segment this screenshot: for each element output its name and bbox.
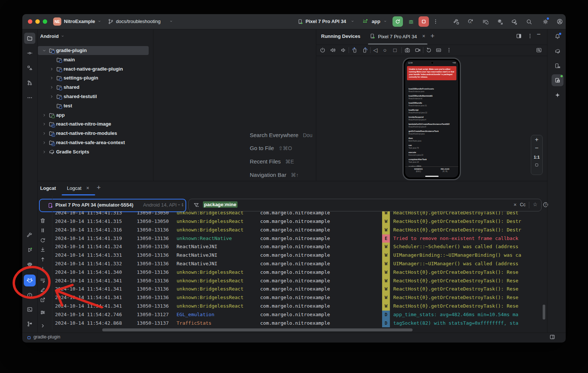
tree-chevron-icon[interactable]: [42, 131, 46, 136]
volume-up-icon[interactable]: [330, 47, 336, 53]
tree-chevron-icon[interactable]: [42, 150, 46, 154]
pause-logcat-icon[interactable]: [40, 227, 46, 233]
logcat-cat-icon[interactable]: [27, 278, 33, 283]
screen-search-icon[interactable]: [536, 47, 542, 53]
tree-item-Gradle Scripts[interactable]: Gradle Scripts: [22, 147, 153, 156]
run-tasks-list-icon[interactable]: [482, 19, 488, 25]
vertical-scrollbar-thumb[interactable]: [543, 305, 545, 320]
help-icon[interactable]: ?: [543, 202, 549, 208]
export-logs-icon[interactable]: [40, 297, 46, 303]
tree-chevron-icon[interactable]: [49, 94, 54, 99]
tree-item-main[interactable]: main: [22, 55, 153, 64]
screen-record-icon[interactable]: [415, 47, 421, 53]
tree-item-react-native-safe-area-context[interactable]: react-native-safe-area-context: [22, 138, 153, 147]
logcat-row[interactable]: 2024-10-14 11:54:41.34113050-13136unknow…: [52, 302, 542, 311]
device-tab-label[interactable]: Pixel 7 Pro API 34: [378, 34, 417, 39]
logcat-row[interactable]: 2024-10-14 11:54:41.34113050-13136unknow…: [52, 293, 542, 302]
clear-filter-icon[interactable]: ×: [514, 202, 517, 208]
horizontal-scrollbar-thumb[interactable]: [102, 328, 413, 331]
power-icon[interactable]: [320, 47, 326, 53]
run-play-icon[interactable]: [27, 247, 33, 253]
close-logcat-tab-icon[interactable]: ×: [86, 185, 89, 191]
emulator-kebab-icon[interactable]: [446, 47, 452, 53]
emulator-screen[interactable]: 11:54 ▾▮▮ Unable to load script. Make su…: [405, 60, 458, 178]
terminal-icon[interactable]: [27, 306, 33, 312]
volume-down-icon[interactable]: [340, 47, 346, 53]
clear-logcat-trash-icon[interactable]: [40, 218, 46, 224]
zoom-in-button[interactable]: +: [531, 135, 542, 144]
match-case-toggle[interactable]: Cc: [520, 202, 526, 207]
logcat-row[interactable]: 2024-10-14 11:54:41.33113050-13136ReactN…: [52, 251, 542, 260]
add-logcat-tab-icon[interactable]: +: [97, 184, 101, 192]
sync-a-icon[interactable]: A: [467, 19, 474, 25]
rotate-left-icon[interactable]: [352, 47, 358, 53]
tree-item-settings-plugin[interactable]: settings-plugin: [22, 74, 153, 82]
tree-item-react-native-nitro-modules[interactable]: react-native-nitro-modules: [22, 129, 153, 138]
logcat-tab[interactable]: Logcat: [67, 185, 81, 191]
zoom-out-button[interactable]: −: [531, 144, 542, 152]
tree-chevron-icon[interactable]: [49, 67, 54, 71]
device-manager-icon[interactable]: [555, 63, 560, 69]
snippets-icon[interactable]: [436, 47, 442, 53]
dismiss-button[interactable]: DISMISS (ESC): [405, 167, 432, 175]
restart-logcat-icon[interactable]: [40, 237, 46, 243]
soft-wrap-icon[interactable]: [40, 278, 46, 283]
app-insights-diamond-icon[interactable]: [27, 262, 33, 268]
tree-item-shared[interactable]: shared: [22, 83, 153, 92]
logcat-row[interactable]: 2024-10-14 11:54:41.32413050-13136ReactN…: [52, 243, 542, 251]
logcat-row[interactable]: 2024-10-14 11:54:41.34013050-13136unknow…: [52, 268, 542, 277]
reload-button[interactable]: RELOAD (R, R): [432, 167, 459, 175]
gemini-sparkle-icon[interactable]: [555, 92, 560, 98]
logcat-row[interactable]: 2024-10-14 11:54:41.34113050-13136unknow…: [52, 277, 542, 285]
favorite-filter-star-icon[interactable]: ☆: [533, 201, 537, 207]
overview-icon[interactable]: □: [393, 47, 397, 53]
add-device-tab-icon[interactable]: +: [430, 32, 434, 40]
logcat-settings-sliders-icon[interactable]: [40, 309, 46, 315]
layout-pane-icon[interactable]: [516, 33, 522, 39]
logcat-filter-field[interactable]: package:mine × Cc ☆: [188, 199, 542, 211]
close-device-tab-icon[interactable]: ×: [422, 33, 425, 39]
panel-options-kebab-icon[interactable]: [527, 33, 533, 39]
problems-icon[interactable]: [27, 292, 33, 298]
rotate-right-icon[interactable]: [362, 47, 368, 53]
back-icon[interactable]: ◁: [373, 47, 378, 53]
logcat-device-selector[interactable]: Pixel 7 Pro API 34 (emulator-5554) Andro…: [39, 199, 186, 212]
hide-panel-icon[interactable]: −: [537, 30, 541, 38]
home-icon[interactable]: ○: [383, 47, 387, 53]
logcat-row[interactable]: 2024-10-14 11:54:41.33213050-13136ReactN…: [52, 260, 542, 268]
tree-item-react-native-nitro-image[interactable]: react-native-nitro-image: [22, 120, 153, 129]
next-occurrence-icon[interactable]: [40, 266, 46, 272]
screenshot-camera-icon[interactable]: [404, 47, 410, 53]
panel-toggle-icon[interactable]: [549, 334, 555, 340]
profiler-bug-icon[interactable]: [497, 19, 503, 25]
edit-filter-icon[interactable]: [40, 287, 46, 293]
filter-query-chip[interactable]: package:mine: [203, 201, 238, 208]
tree-item-react-native-gradle-plugin[interactable]: react-native-gradle-plugin: [22, 65, 153, 74]
gradle-sync-elephant-icon[interactable]: [511, 19, 517, 25]
tree-chevron-icon[interactable]: [42, 113, 46, 117]
scroll-to-end-icon[interactable]: [40, 247, 46, 253]
tree-item-shared-testutil[interactable]: shared-testutil: [22, 92, 153, 101]
logcat-row[interactable]: 2024-10-14 11:54:42.74613050-13127EGL_em…: [52, 311, 542, 319]
logcat-row[interactable]: 2024-10-14 11:54:41.31513050-13050unknow…: [52, 217, 542, 226]
logcat-row[interactable]: 2024-10-14 11:54:41.31313050-13050unknow…: [52, 211, 542, 217]
logcat-output[interactable]: 2024-10-14 11:54:41.31313050-13050unknow…: [52, 211, 542, 328]
rerun-button[interactable]: [392, 16, 403, 27]
build-hammer-icon[interactable]: [453, 19, 459, 25]
logcat-row[interactable]: 2024-10-14 11:54:42.86813050-13137Traffi…: [52, 319, 542, 328]
zoom-fit-button[interactable]: [531, 162, 542, 169]
tree-chevron-icon[interactable]: [49, 76, 54, 80]
tree-item-app[interactable]: app: [22, 111, 153, 120]
tree-item-gradle-plugin[interactable]: gradle-plugin: [22, 46, 153, 55]
emulator-phone-frame[interactable]: 11:54 ▾▮▮ Unable to load script. Make su…: [403, 58, 461, 180]
debug-bug-icon[interactable]: [408, 18, 414, 25]
previous-occurrence-icon[interactable]: [40, 256, 46, 262]
run-configuration[interactable]: app: [372, 19, 380, 24]
zoom-ratio-button[interactable]: 1:1: [531, 152, 542, 162]
stop-button[interactable]: [419, 16, 429, 27]
build-hammer-icon[interactable]: [27, 232, 33, 238]
logcat-row[interactable]: 2024-10-14 11:54:41.31913050-13136unknow…: [52, 234, 542, 243]
tree-chevron-icon[interactable]: [42, 140, 46, 145]
tree-chevron-icon[interactable]: [42, 48, 46, 53]
profile-avatar-icon[interactable]: [556, 18, 563, 25]
